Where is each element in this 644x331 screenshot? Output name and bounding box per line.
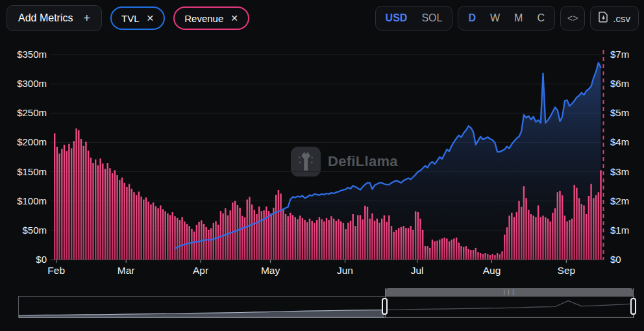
svg-text:Feb: Feb (47, 265, 65, 276)
download-csv-button[interactable]: .csv (590, 6, 639, 31)
svg-text:Sep: Sep (558, 265, 576, 276)
svg-text:$100m: $100m (17, 195, 47, 206)
currency-option-usd[interactable]: USD (378, 6, 415, 30)
brush-handle-right[interactable] (630, 298, 636, 315)
metric-pill-revenue[interactable]: Revenue ✕ (173, 6, 249, 30)
svg-text:$4m: $4m (610, 136, 629, 147)
defillama-chart-page: Add Metrics + TVL ✕ Revenue ✕ USD SOL D … (0, 0, 644, 331)
code-icon: <> (567, 13, 578, 23)
metric-pill-tvl[interactable]: TVL ✕ (110, 6, 165, 30)
metric-pill-revenue-label: Revenue (184, 13, 223, 24)
metrics-controls: Add Metrics + TVL ✕ Revenue ✕ (6, 5, 249, 31)
add-metrics-button[interactable]: Add Metrics + (6, 5, 102, 31)
add-metrics-label: Add Metrics (18, 12, 73, 24)
metric-pill-tvl-label: TVL (121, 13, 140, 24)
toolbar: Add Metrics + TVL ✕ Revenue ✕ USD SOL D … (6, 5, 639, 31)
brush-move-handle[interactable]: ||| (386, 288, 633, 297)
chart-canvas[interactable]: $0$0$50m$1m$100m$2m$150m$3m$200m$4m$250m… (0, 0, 644, 331)
svg-text:May: May (261, 265, 280, 276)
svg-text:Jun: Jun (337, 265, 353, 276)
close-icon[interactable]: ✕ (147, 13, 155, 23)
brush-handle-left[interactable] (382, 298, 388, 315)
chart-controls: USD SOL D W M C <> .csv (375, 6, 639, 31)
svg-text:$50m: $50m (22, 225, 47, 236)
svg-text:$1m: $1m (610, 225, 629, 236)
currency-option-sol[interactable]: SOL (414, 6, 449, 30)
svg-text:Apr: Apr (193, 265, 208, 276)
plus-icon: + (83, 12, 90, 25)
csv-label: .csv (613, 13, 630, 24)
svg-text:$0: $0 (36, 254, 47, 265)
svg-text:$200m: $200m (17, 136, 47, 147)
svg-text:$5m: $5m (610, 107, 629, 118)
interval-option-monthly[interactable]: M (507, 6, 530, 30)
currency-toggle: USD SOL (375, 6, 453, 31)
file-download-icon (599, 12, 608, 25)
interval-option-cumulative[interactable]: C (530, 6, 552, 30)
svg-text:$0: $0 (610, 254, 621, 265)
svg-text:$250m: $250m (17, 107, 47, 118)
svg-text:$3m: $3m (610, 166, 629, 177)
svg-text:$2m: $2m (610, 195, 629, 206)
brush-grip-icon: ||| (502, 288, 515, 297)
svg-text:Mar: Mar (118, 265, 135, 276)
svg-text:$150m: $150m (17, 166, 47, 177)
brush-selection[interactable]: ||| (385, 288, 634, 318)
svg-text:$300m: $300m (17, 78, 47, 89)
svg-text:Aug: Aug (483, 265, 501, 276)
svg-text:$7m: $7m (610, 49, 629, 60)
close-icon[interactable]: ✕ (230, 13, 238, 23)
interval-toggle: D W M C (458, 6, 555, 31)
svg-text:$350m: $350m (17, 49, 47, 60)
svg-text:Jul: Jul (411, 265, 424, 276)
interval-option-weekly[interactable]: W (483, 6, 507, 30)
svg-text:$6m: $6m (610, 78, 629, 89)
interval-option-daily[interactable]: D (461, 6, 483, 30)
embed-button[interactable]: <> (560, 6, 585, 31)
